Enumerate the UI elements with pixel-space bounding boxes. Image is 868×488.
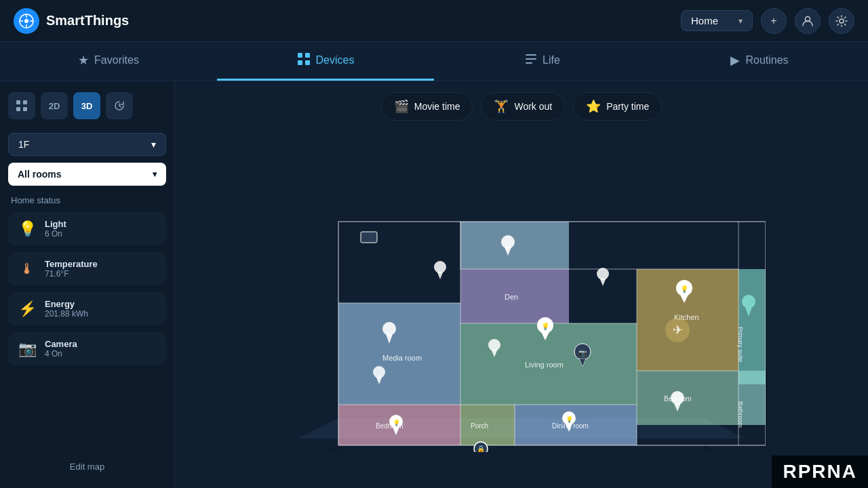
- svg-rect-11: [305, 60, 310, 65]
- history-view-button[interactable]: [106, 92, 133, 119]
- main-content: 🎬 Movie time 🏋 Work out ⭐ Party time: [175, 81, 868, 488]
- svg-marker-30: [460, 222, 569, 269]
- svg-point-55: [382, 322, 396, 336]
- energy-icon: ⚡: [18, 300, 37, 318]
- settings-button[interactable]: [829, 8, 854, 34]
- svg-rect-17: [16, 107, 20, 111]
- camera-value: 4 On: [45, 349, 77, 359]
- svg-rect-15: [16, 100, 20, 104]
- svg-point-1: [24, 19, 28, 23]
- tab-routines[interactable]: ▶ Routines: [651, 42, 868, 81]
- 2d-view-button[interactable]: 2D: [41, 92, 68, 119]
- home-selector[interactable]: Home ▾: [681, 10, 753, 31]
- svg-rect-10: [298, 60, 302, 65]
- work-out-icon: 🏋: [494, 99, 509, 114]
- room-label: All rooms: [18, 169, 62, 180]
- floor-selector[interactable]: 1F ▾: [8, 133, 166, 156]
- svg-rect-16: [23, 100, 27, 104]
- svg-marker-88: [298, 445, 338, 452]
- sidebar: 2D 3D 1F ▾ All rooms ▾ Home status 💡: [0, 81, 175, 488]
- app-name: SmartThings: [46, 13, 129, 28]
- svg-text:💡: 💡: [541, 322, 550, 331]
- 3d-view-button[interactable]: 3D: [73, 92, 100, 119]
- party-time-label: Party time: [606, 101, 649, 112]
- home-selector-arrow: ▾: [738, 16, 743, 26]
- svg-rect-9: [305, 53, 310, 58]
- svg-text:💡: 💡: [393, 419, 401, 427]
- smartthings-logo-icon: [14, 8, 39, 34]
- svg-text:📷: 📷: [578, 348, 587, 357]
- tab-routines-label: Routines: [745, 54, 788, 66]
- energy-value: 201.88 kWh: [45, 309, 88, 319]
- movie-time-icon: 🎬: [394, 99, 409, 114]
- devices-icon: [297, 52, 311, 69]
- 2d-label: 2D: [49, 101, 60, 111]
- svg-point-7: [840, 19, 844, 23]
- svg-point-62: [501, 235, 515, 249]
- svg-text:Den: Den: [505, 293, 518, 301]
- status-energy[interactable]: ⚡ Energy 201.88 kWh: [8, 292, 166, 325]
- home-status-label: Home status: [11, 195, 166, 205]
- svg-rect-14: [526, 62, 532, 64]
- routines-bar: 🎬 Movie time 🏋 Work out ⭐ Party time: [175, 81, 868, 131]
- status-temperature[interactable]: 🌡 Temperature 71.6°F: [8, 252, 166, 285]
- floor-label: 1F: [18, 139, 29, 150]
- top-nav: SmartThings Home ▾ +: [0, 0, 868, 42]
- work-out-button[interactable]: 🏋 Work out: [481, 92, 565, 121]
- nav-right: Home ▾ +: [681, 8, 854, 34]
- 3d-label: 3D: [81, 101, 93, 111]
- party-time-button[interactable]: ⭐ Party time: [573, 92, 662, 121]
- svg-marker-83: [600, 279, 606, 286]
- svg-point-82: [597, 268, 609, 280]
- tab-bar: ★ Favorites Devices Life ▶ Routines: [0, 42, 868, 81]
- svg-text:Media room: Media room: [382, 354, 422, 362]
- logo-area: SmartThings: [14, 8, 129, 34]
- svg-rect-13: [526, 58, 536, 60]
- svg-text:🔒: 🔒: [477, 445, 486, 452]
- status-camera[interactable]: 📷 Camera 4 On: [8, 332, 166, 365]
- floor-plan-svg: Media room Den Living room Kitchen Prima…: [277, 167, 766, 452]
- tab-devices-label: Devices: [316, 54, 355, 66]
- svg-point-84: [373, 366, 385, 378]
- tab-favorites[interactable]: ★ Favorites: [0, 42, 217, 81]
- movie-time-button[interactable]: 🎬 Movie time: [381, 92, 473, 121]
- camera-icon: 📷: [18, 340, 37, 358]
- work-out-label: Work out: [514, 101, 552, 112]
- temperature-name: Temperature: [45, 259, 98, 269]
- svg-marker-90: [705, 445, 745, 452]
- svg-marker-79: [437, 272, 443, 279]
- main-layout: 2D 3D 1F ▾ All rooms ▾ Home status 💡: [0, 81, 868, 488]
- profile-button[interactable]: [795, 8, 821, 34]
- light-value: 6 On: [45, 229, 66, 239]
- tab-life[interactable]: Life: [434, 42, 651, 81]
- tab-devices[interactable]: Devices: [217, 42, 434, 81]
- svg-text:Living room: Living room: [525, 361, 564, 369]
- movie-time-label: Movie time: [414, 101, 460, 112]
- edit-map-button[interactable]: Edit map: [8, 456, 166, 477]
- svg-text:💡: 💡: [680, 285, 689, 293]
- tab-life-label: Life: [542, 54, 560, 66]
- room-selector[interactable]: All rooms ▾: [8, 163, 166, 186]
- svg-point-80: [488, 339, 500, 351]
- favorites-icon: ★: [78, 53, 89, 68]
- floor-plan-container: Media room Den Living room Kitchen Prima…: [175, 131, 868, 488]
- energy-name: Energy: [45, 299, 88, 309]
- grid-view-button[interactable]: [8, 92, 35, 119]
- add-button[interactable]: +: [761, 8, 787, 34]
- svg-text:💡: 💡: [566, 415, 574, 424]
- svg-point-70: [671, 391, 684, 405]
- room-arrow: ▾: [153, 169, 157, 179]
- light-icon: 💡: [18, 220, 37, 238]
- party-time-icon: ⭐: [586, 99, 601, 114]
- status-light[interactable]: 💡 Light 6 On: [8, 212, 166, 245]
- svg-text:✈: ✈: [673, 323, 683, 337]
- routines-icon: ▶: [730, 53, 740, 68]
- camera-name: Camera: [45, 339, 77, 349]
- svg-rect-18: [23, 107, 27, 111]
- svg-rect-77: [361, 232, 377, 243]
- life-icon: [525, 53, 537, 68]
- temperature-value: 71.6°F: [45, 269, 98, 279]
- temperature-icon: 🌡: [18, 260, 37, 278]
- svg-point-60: [742, 295, 755, 308]
- svg-text:Porch: Porch: [471, 422, 488, 430]
